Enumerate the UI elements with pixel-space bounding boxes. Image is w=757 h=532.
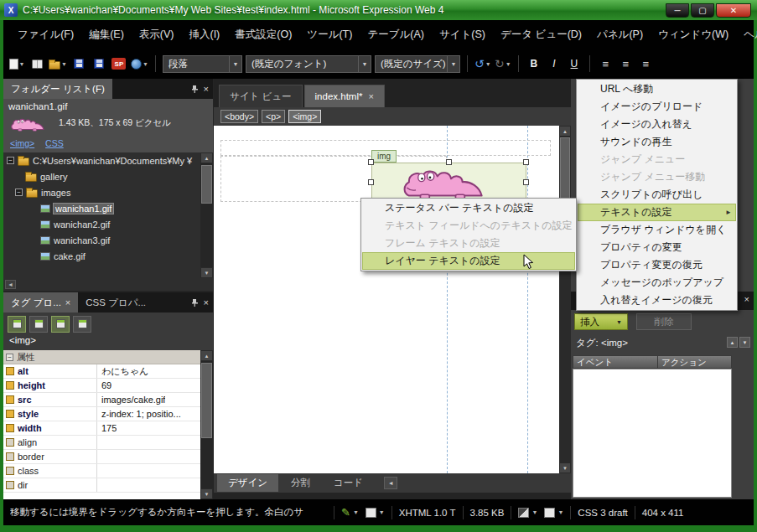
selected-image[interactable]	[371, 163, 526, 202]
canvas-scrollbar[interactable]: ▲ ▼	[559, 126, 571, 473]
redo-button[interactable]: ↻▼	[495, 54, 511, 74]
pin-icon[interactable]	[190, 298, 200, 307]
attribute-row[interactable]: dir	[3, 478, 213, 493]
tree-item-gallery[interactable]: gallery	[3, 168, 213, 184]
scroll-down-icon[interactable]: ▼	[200, 267, 213, 278]
css-link[interactable]: CSS	[45, 138, 64, 148]
tree-item-images[interactable]: − images	[3, 184, 213, 200]
behaviors-list[interactable]	[573, 369, 732, 498]
grid-scrollbar[interactable]: ▲ ▼	[200, 350, 213, 499]
site-view-tab[interactable]: サイト ビュー	[219, 85, 303, 107]
combo-arrow-icon[interactable]: ▼	[447, 56, 459, 72]
attribute-row[interactable]: class	[3, 464, 213, 478]
style-application-button[interactable]: ✎▼	[341, 506, 359, 519]
close-panel-icon[interactable]: ×	[204, 84, 209, 94]
move-up-icon[interactable]: ▲	[727, 337, 738, 348]
menu-edit[interactable]: 編集(E)	[81, 23, 132, 46]
tree-item-root[interactable]: − C:¥Users¥wanichan¥Documents¥My ¥	[3, 152, 213, 168]
breadcrumb-p-tag[interactable]: <p>	[262, 110, 285, 123]
attribute-row[interactable]: alt わにちゃん	[3, 364, 213, 379]
menu-item-popup-message[interactable]: メッセージのポップアップ	[578, 274, 736, 292]
code-view-tab[interactable]: コード	[323, 474, 374, 492]
design-canvas[interactable]: img	[214, 126, 559, 473]
menu-insert[interactable]: 挿入(I)	[181, 23, 227, 46]
menu-window[interactable]: ウィンドウ(W)	[651, 23, 736, 46]
menu-help[interactable]: ヘルプ(H)	[736, 23, 757, 46]
action-column-header[interactable]: アクション	[658, 355, 732, 369]
menu-table[interactable]: テーブル(A)	[360, 23, 432, 46]
attributes-section-header[interactable]: − 属性	[3, 350, 213, 364]
insert-behavior-button[interactable]: 挿入▼	[574, 313, 628, 330]
combo-arrow-icon[interactable]: ▼	[358, 56, 371, 72]
resize-handle-n[interactable]	[446, 159, 452, 165]
scroll-up-icon[interactable]: ▲	[200, 152, 213, 163]
menu-item-call-script[interactable]: スクリプトの呼び出し	[578, 186, 736, 204]
menu-site[interactable]: サイト(S)	[432, 23, 493, 46]
scroll-thumb[interactable]	[201, 165, 212, 204]
preview-browser-button[interactable]: ▼	[131, 54, 148, 74]
menu-item-play-sound[interactable]: サウンドの再生	[578, 133, 736, 151]
visual-aids-button[interactable]: ▼	[518, 508, 537, 518]
event-column-header[interactable]: イベント	[573, 355, 658, 369]
tree-item-wanichan3[interactable]: wanichan3.gif	[3, 232, 213, 248]
combo-arrow-icon[interactable]: ▼	[229, 56, 241, 72]
paragraph-style-combo[interactable]: 段落▼	[163, 55, 242, 73]
open-site-button[interactable]	[29, 54, 45, 74]
align-left-button[interactable]: ≡	[597, 55, 614, 72]
save-button[interactable]	[70, 54, 87, 74]
new-document-button[interactable]: ▼	[8, 54, 25, 74]
attribute-row[interactable]: src images/cake.gif	[3, 393, 213, 407]
close-button[interactable]: ✕	[716, 3, 751, 18]
menu-item-set-text-layer[interactable]: レイヤー テキストの設定	[362, 252, 575, 270]
menu-dataview[interactable]: データ ビュー(D)	[493, 23, 589, 46]
img-tag-link[interactable]: <img>	[10, 138, 34, 148]
sort-alphabetical-button[interactable]	[29, 316, 48, 333]
menu-panels[interactable]: パネル(P)	[589, 23, 651, 46]
menu-item-swap-image-restore[interactable]: 入れ替えイメージの復元	[578, 292, 736, 309]
split-view-tab[interactable]: 分割	[280, 474, 321, 492]
menu-format[interactable]: 書式設定(O)	[227, 23, 299, 46]
tree-item-cake[interactable]: cake.gif	[3, 248, 213, 264]
move-down-icon[interactable]: ▼	[739, 337, 750, 348]
close-tab-icon[interactable]: ×	[65, 297, 70, 307]
scroll-up-icon[interactable]: ▲	[200, 350, 213, 361]
scroll-left-icon[interactable]: ◄	[5, 280, 16, 289]
open-file-button[interactable]: ▼	[49, 54, 67, 74]
menu-item-change-property[interactable]: プロパティの変更	[578, 239, 736, 256]
index-html-tab[interactable]: index.html* ×	[304, 85, 385, 107]
align-right-button[interactable]: ≡	[637, 55, 654, 72]
align-center-button[interactable]: ≡	[617, 55, 634, 72]
bold-button[interactable]: B	[526, 55, 542, 72]
tree-item-wanichan1[interactable]: wanichan1.gif	[3, 200, 213, 216]
tree-scrollbar[interactable]: ▲ ▼	[200, 152, 213, 278]
save-all-button[interactable]	[91, 54, 107, 74]
pin-icon[interactable]	[190, 85, 200, 94]
menu-view[interactable]: 表示(V)	[132, 23, 182, 46]
close-panel-icon[interactable]: ×	[744, 294, 749, 304]
resize-handle-e[interactable]	[523, 179, 529, 185]
menu-item-change-property-restore[interactable]: プロパティ変更の復元	[578, 256, 736, 274]
tree-item-wanichan2[interactable]: wanichan2.gif	[3, 216, 213, 232]
italic-button[interactable]: I	[546, 55, 563, 72]
resize-handle-ne[interactable]	[523, 159, 529, 165]
collapse-icon[interactable]: −	[15, 189, 23, 196]
css-properties-tab[interactable]: CSS プロパ...	[78, 292, 153, 312]
attribute-row[interactable]: align	[3, 436, 213, 450]
minimize-button[interactable]: ─	[666, 3, 689, 18]
scroll-thumb[interactable]	[201, 363, 212, 438]
tag-properties-tab[interactable]: タグ プロ... ×	[3, 292, 78, 312]
summary-button[interactable]	[73, 316, 91, 333]
attribute-row[interactable]: height 69	[3, 379, 213, 393]
attribute-row[interactable]: width 175	[3, 421, 213, 436]
scroll-down-icon[interactable]: ▼	[559, 462, 571, 473]
breadcrumb-body-tag[interactable]: <body>	[220, 110, 258, 123]
close-document-icon[interactable]: ×	[368, 91, 373, 101]
monitor-size-button[interactable]: ▼	[544, 508, 563, 518]
scroll-left-icon[interactable]: ◄	[384, 477, 397, 489]
rendering-mode-button[interactable]: ▼	[366, 508, 385, 518]
undo-button[interactable]: ↺▼	[474, 54, 491, 74]
menu-item-preload-images[interactable]: イメージのプリロード	[578, 98, 736, 116]
breadcrumb-img-tag[interactable]: <img>	[288, 110, 321, 123]
resize-handle-w[interactable]	[368, 179, 374, 185]
menu-tools[interactable]: ツール(T)	[299, 23, 360, 46]
